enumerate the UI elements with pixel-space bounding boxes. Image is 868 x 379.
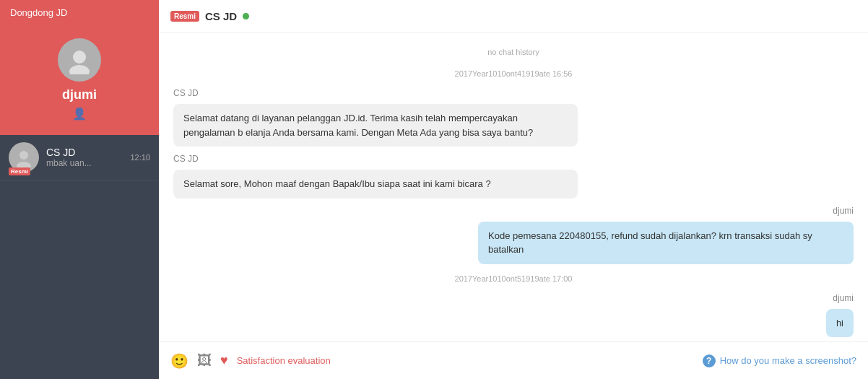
chat-footer: 🙂 🖼 ♥ Satisfaction evaluation ? How do y… (159, 341, 868, 379)
image-icon[interactable]: 🖼 (197, 352, 212, 369)
timestamp-no-history: no chat history (173, 48, 854, 56)
satisfaction-evaluation-button[interactable]: Satisfaction evaluation (237, 355, 331, 366)
msg-sender-cs1: CS JD (173, 88, 854, 98)
msg-bubble-cs1: Selamat datang di layanan pelanggan JD.i… (173, 104, 578, 147)
user-profile: djumi 👤 (0, 25, 159, 135)
contact-item-csjd[interactable]: Resmi CS JD mbak uan... 12:10 (0, 135, 159, 180)
app-title: Dongdong JD (0, 0, 159, 25)
svg-point-3 (17, 162, 31, 167)
user-role-icon: 👤 (72, 107, 87, 121)
svg-point-0 (73, 51, 86, 64)
chat-messages: no chat history 2017Year1010ont41919ate … (159, 33, 868, 341)
contact-list: Resmi CS JD mbak uan... 12:10 (0, 135, 159, 379)
msg-sender-cs2: CS JD (173, 154, 854, 164)
chat-header-name: CS JD (205, 10, 237, 22)
emoji-icon[interactable]: 🙂 (170, 352, 188, 370)
svg-point-2 (19, 151, 28, 160)
svg-point-1 (69, 65, 90, 74)
contact-preview: mbak uan... (46, 158, 126, 168)
chat-header: Resmi CS JD (159, 0, 868, 33)
online-status-dot (243, 13, 249, 19)
msg-group-cs1: CS JD Selamat datang di layanan pelangga… (173, 88, 854, 147)
msg-group-cs2: CS JD Selamat sore, Mohon maaf dengan Ba… (173, 154, 854, 199)
msg-group-user2: djumi hi (826, 293, 854, 338)
user-name: djumi (62, 87, 97, 103)
help-icon: ? (703, 354, 716, 367)
msg-group-user1: djumi Kode pemesana 220480155, refund su… (478, 206, 854, 264)
msg-bubble-user2: hi (826, 309, 854, 338)
help-label: How do you make a screenshot? (720, 355, 856, 366)
chat-main: Resmi CS JD no chat history 2017Year1010… (159, 0, 868, 379)
msg-bubble-user1: Kode pemesana 220480155, refund sudah di… (478, 222, 854, 264)
contact-avatar: Resmi (9, 142, 39, 173)
contact-info: CS JD mbak uan... (46, 147, 126, 168)
timestamp-2: 2017Year1010ont51919ate 17:00 (173, 274, 854, 283)
sidebar: Dongdong JD djumi 👤 Resmi CS JD mbak uan… (0, 0, 159, 379)
msg-sender-user2: djumi (833, 293, 854, 303)
msg-bubble-cs2: Selamat sore, Mohon maaf dengan Bapak/Ib… (173, 170, 578, 199)
chat-header-badge: Resmi (170, 11, 199, 22)
contact-name: CS JD (46, 147, 126, 158)
heart-icon[interactable]: ♥ (220, 353, 228, 368)
avatar (58, 38, 101, 82)
help-button[interactable]: ? How do you make a screenshot? (703, 354, 856, 367)
contact-time: 12:10 (130, 153, 150, 162)
resmi-badge: Resmi (9, 167, 30, 175)
msg-sender-user1: djumi (833, 206, 854, 216)
timestamp-1: 2017Year1010ont41919ate 16:56 (173, 69, 854, 78)
satisfaction-label: Satisfaction evaluation (237, 355, 331, 366)
